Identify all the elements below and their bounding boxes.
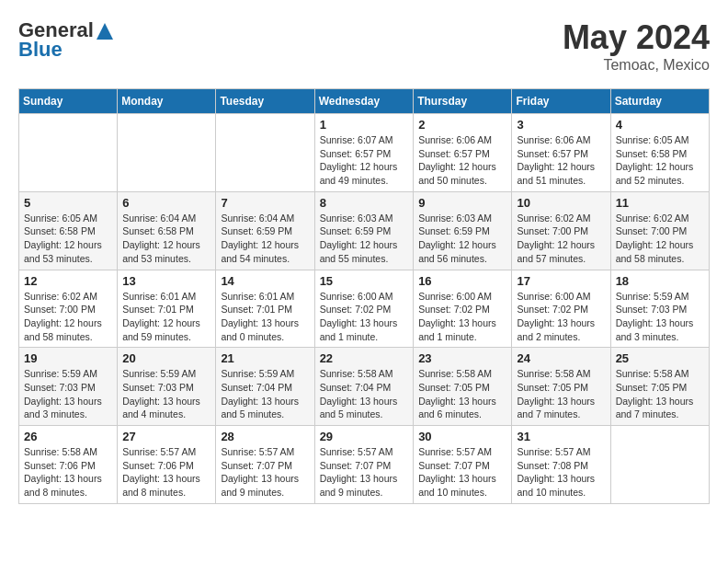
day-info: Sunrise: 5:57 AM Sunset: 7:06 PM Dayligh… [122,445,210,500]
table-row: 12Sunrise: 6:02 AM Sunset: 7:00 PM Dayli… [19,270,118,348]
table-row: 19Sunrise: 5:59 AM Sunset: 7:03 PM Dayli… [19,348,118,426]
table-row: 15Sunrise: 6:00 AM Sunset: 7:02 PM Dayli… [314,270,414,348]
calendar-week-row: 12Sunrise: 6:02 AM Sunset: 7:00 PM Dayli… [19,270,710,348]
table-row: 6Sunrise: 6:04 AM Sunset: 6:58 PM Daylig… [118,191,216,270]
table-row: 22Sunrise: 5:58 AM Sunset: 7:04 PM Dayli… [314,348,414,426]
day-number: 26 [24,430,112,443]
day-info: Sunrise: 5:57 AM Sunset: 7:08 PM Dayligh… [517,445,605,500]
table-row: 7Sunrise: 6:04 AM Sunset: 6:59 PM Daylig… [216,191,314,270]
col-friday: Friday [512,89,610,114]
col-thursday: Thursday [414,89,512,114]
table-row [216,114,314,192]
day-info: Sunrise: 5:58 AM Sunset: 7:05 PM Dayligh… [418,367,506,421]
day-number: 21 [221,351,309,365]
calendar-week-row: 5Sunrise: 6:05 AM Sunset: 6:58 PM Daylig… [19,191,710,270]
day-info: Sunrise: 5:59 AM Sunset: 7:03 PM Dayligh… [616,290,704,344]
day-number: 19 [24,351,112,365]
table-row: 20Sunrise: 5:59 AM Sunset: 7:03 PM Dayli… [118,348,216,426]
location-label: Temoac, Mexico [563,57,710,74]
table-row: 11Sunrise: 6:02 AM Sunset: 7:00 PM Dayli… [610,191,709,270]
table-row: 9Sunrise: 6:03 AM Sunset: 6:59 PM Daylig… [414,191,512,270]
day-info: Sunrise: 6:07 AM Sunset: 6:57 PM Dayligh… [320,133,409,188]
table-row: 23Sunrise: 5:58 AM Sunset: 7:05 PM Dayli… [414,348,512,426]
table-row: 14Sunrise: 6:01 AM Sunset: 7:01 PM Dayli… [216,270,314,348]
day-number: 18 [616,274,704,288]
day-number: 20 [122,351,210,365]
calendar-week-row: 1Sunrise: 6:07 AM Sunset: 6:57 PM Daylig… [19,114,710,192]
table-row: 17Sunrise: 6:00 AM Sunset: 7:02 PM Dayli… [512,270,610,348]
day-info: Sunrise: 6:03 AM Sunset: 6:59 PM Dayligh… [418,212,506,266]
day-number: 11 [616,196,704,210]
day-info: Sunrise: 5:58 AM Sunset: 7:05 PM Dayligh… [616,367,704,421]
day-info: Sunrise: 6:05 AM Sunset: 6:58 PM Dayligh… [24,212,112,266]
day-info: Sunrise: 6:06 AM Sunset: 6:57 PM Dayligh… [418,133,506,188]
day-number: 14 [221,274,309,288]
day-info: Sunrise: 5:57 AM Sunset: 7:07 PM Dayligh… [418,445,506,500]
day-info: Sunrise: 6:05 AM Sunset: 6:58 PM Dayligh… [616,133,704,188]
table-row: 27Sunrise: 5:57 AM Sunset: 7:06 PM Dayli… [118,426,216,504]
day-info: Sunrise: 5:59 AM Sunset: 7:03 PM Dayligh… [24,367,112,421]
day-number: 1 [320,118,409,132]
calendar-table: Sunday Monday Tuesday Wednesday Thursday… [18,88,710,504]
table-row: 30Sunrise: 5:57 AM Sunset: 7:07 PM Dayli… [414,426,512,504]
col-wednesday: Wednesday [314,89,414,114]
day-info: Sunrise: 6:00 AM Sunset: 7:02 PM Dayligh… [320,290,409,344]
calendar-week-row: 19Sunrise: 5:59 AM Sunset: 7:03 PM Dayli… [19,348,710,426]
day-number: 12 [24,274,112,288]
page-header: General Blue May 2024 Temoac, Mexico [18,18,710,74]
day-number: 2 [418,118,506,132]
table-row: 25Sunrise: 5:58 AM Sunset: 7:05 PM Dayli… [610,348,709,426]
day-info: Sunrise: 5:58 AM Sunset: 7:05 PM Dayligh… [517,367,605,421]
day-number: 4 [616,118,704,132]
day-number: 3 [517,118,605,132]
table-row: 2Sunrise: 6:06 AM Sunset: 6:57 PM Daylig… [414,114,512,192]
day-number: 24 [517,351,605,365]
day-info: Sunrise: 5:59 AM Sunset: 7:04 PM Dayligh… [221,367,309,421]
day-number: 5 [24,196,112,210]
col-sunday: Sunday [19,89,118,114]
table-row [610,426,709,504]
col-tuesday: Tuesday [216,89,314,114]
table-row: 21Sunrise: 5:59 AM Sunset: 7:04 PM Dayli… [216,348,314,426]
table-row: 13Sunrise: 6:01 AM Sunset: 7:01 PM Dayli… [118,270,216,348]
day-info: Sunrise: 6:02 AM Sunset: 7:00 PM Dayligh… [616,212,704,266]
table-row: 4Sunrise: 6:05 AM Sunset: 6:58 PM Daylig… [610,114,709,192]
day-number: 23 [418,351,506,365]
day-number: 7 [221,196,309,210]
calendar-week-row: 26Sunrise: 5:58 AM Sunset: 7:06 PM Dayli… [19,426,710,504]
table-row: 10Sunrise: 6:02 AM Sunset: 7:00 PM Dayli… [512,191,610,270]
table-row: 5Sunrise: 6:05 AM Sunset: 6:58 PM Daylig… [19,191,118,270]
table-row: 18Sunrise: 5:59 AM Sunset: 7:03 PM Dayli… [610,270,709,348]
table-row: 3Sunrise: 6:06 AM Sunset: 6:57 PM Daylig… [512,114,610,192]
table-row [19,114,118,192]
day-info: Sunrise: 6:00 AM Sunset: 7:02 PM Dayligh… [517,290,605,344]
day-number: 10 [517,196,605,210]
day-number: 31 [517,430,605,443]
day-number: 13 [122,274,210,288]
logo: General Blue [18,18,113,62]
day-number: 22 [320,351,409,365]
table-row: 28Sunrise: 5:57 AM Sunset: 7:07 PM Dayli… [216,426,314,504]
table-row: 29Sunrise: 5:57 AM Sunset: 7:07 PM Dayli… [314,426,414,504]
day-number: 28 [221,430,309,443]
day-number: 6 [122,196,210,210]
day-info: Sunrise: 6:00 AM Sunset: 7:02 PM Dayligh… [418,290,506,344]
day-number: 16 [418,274,506,288]
day-info: Sunrise: 6:04 AM Sunset: 6:58 PM Dayligh… [122,212,210,266]
day-info: Sunrise: 6:06 AM Sunset: 6:57 PM Dayligh… [517,133,605,188]
day-number: 15 [320,274,409,288]
title-area: May 2024 Temoac, Mexico [563,18,710,74]
day-info: Sunrise: 5:57 AM Sunset: 7:07 PM Dayligh… [221,445,309,500]
day-info: Sunrise: 5:57 AM Sunset: 7:07 PM Dayligh… [320,445,409,500]
day-number: 30 [418,430,506,443]
col-monday: Monday [118,89,216,114]
table-row: 24Sunrise: 5:58 AM Sunset: 7:05 PM Dayli… [512,348,610,426]
day-info: Sunrise: 5:59 AM Sunset: 7:03 PM Dayligh… [122,367,210,421]
col-saturday: Saturday [610,89,709,114]
day-number: 17 [517,274,605,288]
logo-text-blue: Blue [18,38,113,62]
day-info: Sunrise: 5:58 AM Sunset: 7:04 PM Dayligh… [320,367,409,421]
table-row [118,114,216,192]
day-info: Sunrise: 6:04 AM Sunset: 6:59 PM Dayligh… [221,212,309,266]
table-row: 16Sunrise: 6:00 AM Sunset: 7:02 PM Dayli… [414,270,512,348]
